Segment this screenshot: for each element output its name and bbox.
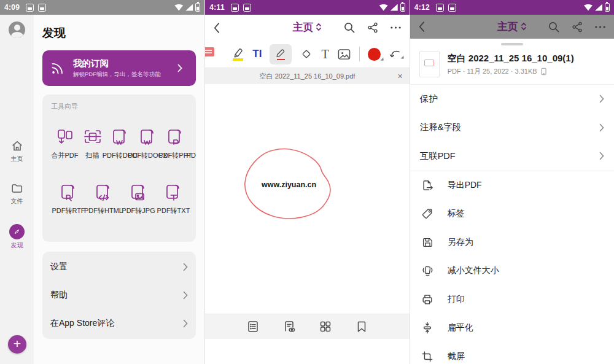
add-fab-button[interactable]: + (8, 335, 26, 354)
wifi-icon (174, 4, 183, 11)
folder-icon (10, 182, 24, 195)
share-icon[interactable] (367, 22, 378, 33)
pdf-to-docx-icon (138, 127, 158, 148)
action-reduce-file-size[interactable]: 减小文件大小 (410, 257, 614, 285)
drag-handle[interactable] (501, 43, 523, 45)
highlighter-tool-button[interactable] (231, 47, 244, 61)
pdf-to-ppt-icon (165, 127, 186, 148)
action-label: 减小文件大小 (448, 265, 499, 276)
pdf-to-txt-icon (163, 182, 184, 203)
undo-button[interactable] (389, 49, 401, 59)
share-icon (572, 21, 583, 33)
bookmark-icon[interactable] (355, 320, 368, 333)
status-bar: 4:11 (205, 0, 409, 15)
sidebar-item-home[interactable]: 主页 (10, 139, 24, 163)
pencil-icon (274, 48, 287, 58)
sidebar: 主页 文件 发现 + (0, 15, 34, 364)
expand-updown-icon (521, 21, 527, 34)
flatten-icon (421, 322, 433, 334)
back-button[interactable] (213, 22, 220, 34)
tool-pdf-to-docx[interactable]: PDF转DOCX (134, 127, 161, 160)
sheet-item-label: 互联PDF (420, 150, 456, 162)
notification-app-icon (38, 4, 46, 12)
pdf-to-jpg-icon (128, 182, 149, 203)
notification-image-icon (26, 4, 34, 12)
tool-merge-pdf[interactable]: 合并PDF (51, 127, 79, 160)
menu-item-settings[interactable]: 设置 (42, 253, 196, 281)
panel-discover: 4:09 主页 文件 (0, 0, 204, 364)
action-flatten[interactable]: 扁平化 (410, 314, 614, 343)
more-icon[interactable] (390, 26, 402, 29)
menu-item-label: 在App Store评论 (50, 318, 114, 329)
tag-icon (421, 207, 433, 220)
back-button[interactable] (418, 21, 425, 33)
tool-pdf-to-ppt[interactable]: PDF转PPT (161, 127, 189, 160)
menu-item-help[interactable]: 帮助 (42, 281, 196, 309)
image-tool-button[interactable] (337, 48, 351, 61)
avatar[interactable] (9, 21, 25, 38)
menu-item-review[interactable]: 在App Store评论 (42, 309, 196, 338)
action-print[interactable]: 打印 (410, 285, 614, 314)
tool-row-1: 合并PDF 扫描 PDF转DOC PDF转DOCX (51, 127, 196, 160)
sheet-item-protect[interactable]: 保护 (410, 85, 614, 114)
tool-label: PDF转JPG (122, 206, 155, 215)
notification-image-icon (231, 4, 239, 12)
tool-pdf-to-txt[interactable]: PDF转TXT (156, 182, 191, 215)
sidebar-item-discover[interactable]: 发现 (9, 224, 25, 250)
tool-label: PDF转XLS (187, 151, 196, 160)
comment-tool-icon[interactable] (204, 46, 214, 60)
file-name: 空白 2022_11_25 16_10_09(1) (448, 53, 574, 64)
more-icon (594, 25, 606, 29)
scan-icon (82, 127, 103, 148)
sheet-item-label: 保护 (420, 93, 438, 105)
tool-pdf-to-jpg[interactable]: PDF转JPG (121, 182, 156, 215)
menu-item-label: 帮助 (50, 290, 68, 301)
sheet-item-annotations-fields[interactable]: 注释&字段 (410, 114, 614, 142)
document-tab[interactable]: 空白 2022_11_25 16_10_09.pdf × (205, 68, 409, 84)
text-tool-button[interactable]: T (321, 48, 328, 60)
action-label: 扁平化 (448, 322, 473, 333)
subscription-banner[interactable]: 我的订阅 解锁PDF编辑，导出，签名等功能 (42, 50, 196, 86)
editor-bottom-bar (205, 314, 409, 339)
tool-pdf-to-rtf[interactable]: PDF转RTF (51, 182, 86, 215)
action-label: 另存为 (448, 237, 473, 248)
color-swatch-button[interactable] (368, 48, 381, 61)
subscription-title: 我的订阅 (73, 58, 170, 69)
search-icon[interactable] (343, 21, 356, 34)
tool-guide-title: 工具向导 (51, 102, 196, 111)
dimmed-header: 主页 (410, 15, 614, 39)
menu-item-label: 设置 (50, 261, 68, 273)
bottom-sheet: 空白 2022_11_25 16_10_09(1) PDF · 11月 25, … (410, 43, 614, 364)
merge-pdf-icon (55, 127, 76, 148)
action-export-pdf[interactable]: 导出PDF (410, 171, 614, 200)
subscription-rss-icon (50, 60, 66, 76)
pdf-canvas[interactable]: www.ziyuan.cn (205, 84, 409, 339)
sheet-item-connected-pdf[interactable]: 互联PDF (410, 142, 614, 171)
tool-guide-card: 工具向导 合并PDF 扫描 PDF转DOC (42, 95, 196, 242)
print-icon (421, 293, 433, 306)
file-meta: PDF · 11月 25, 2022 · 3.31KB (448, 67, 574, 76)
action-save-as[interactable]: 另存为 (410, 228, 614, 257)
status-bar: 4:12 (410, 0, 614, 15)
status-time: 4:12 (414, 3, 430, 12)
close-tab-icon[interactable]: × (397, 72, 402, 80)
editor-header: 主页 (205, 15, 409, 41)
tool-label: 合并PDF (52, 151, 79, 160)
file-info-row: 空白 2022_11_25 16_10_09(1) PDF · 11月 25, … (410, 48, 614, 84)
app-screenshots: 4:09 主页 文件 (0, 0, 614, 364)
document-tab-name: 空白 2022_11_25 16_10_09.pdf (205, 72, 409, 81)
back-icon (213, 22, 220, 34)
view-settings-icon[interactable] (282, 320, 296, 333)
sidebar-item-files[interactable]: 文件 (10, 182, 24, 206)
outline-list-icon[interactable] (246, 320, 260, 333)
tool-pdf-to-html[interactable]: PDF转HTML (86, 182, 121, 215)
eraser-tool-button[interactable] (300, 47, 313, 61)
action-screenshot[interactable]: 截屏 (410, 343, 614, 364)
action-tags[interactable]: 标签 (410, 199, 614, 228)
pencil-tool-button-selected[interactable] (270, 44, 292, 64)
notification-app-icon (448, 4, 456, 12)
text-insert-tool-button[interactable]: TI (252, 48, 262, 60)
tool-pdf-to-xls[interactable]: PDF转XLS (189, 127, 196, 160)
tool-label: PDF转HTML (84, 206, 123, 215)
thumbnails-grid-icon[interactable] (319, 320, 332, 333)
